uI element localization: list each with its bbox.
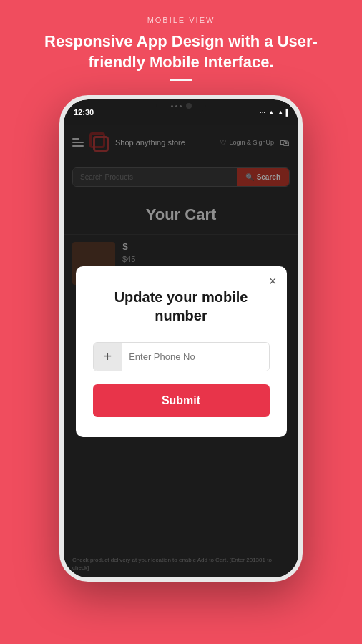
modal-overlay: × Update your mobile number + Submit [64, 125, 298, 577]
notch-dots [171, 105, 182, 107]
signal-bars-icon: ▲▐ [278, 109, 288, 116]
modal-title: Update your mobile number [93, 288, 270, 325]
divider-line [170, 79, 192, 81]
status-icons: ··· ▲ ▲▐ [260, 109, 288, 116]
phone-frame: 12:30 ··· ▲ ▲▐ [59, 95, 303, 582]
modal-box: × Update your mobile number + Submit [76, 266, 287, 437]
signal-icon: ··· [260, 109, 265, 116]
header-section: MOBILE VIEW Responsive App Design with a… [0, 0, 362, 95]
headline: Responsive App Design with a User-friend… [29, 31, 333, 72]
phone-content: Shop anything store ♡ Login & SignUp 🛍 🔍… [64, 125, 298, 577]
status-time: 12:30 [74, 108, 94, 117]
phone-input-row: + [93, 342, 270, 371]
modal-close-button[interactable]: × [269, 275, 277, 288]
mobile-view-label: MOBILE VIEW [29, 16, 333, 24]
notch [156, 99, 206, 112]
wifi-icon: ▲ [268, 109, 275, 116]
submit-button[interactable]: Submit [93, 384, 270, 417]
notch-camera [186, 103, 192, 109]
phone-number-input[interactable] [122, 343, 268, 371]
notch-dot [171, 105, 173, 107]
phone-prefix-button[interactable]: + [94, 343, 122, 371]
notch-dot-3 [180, 105, 182, 107]
notch-dot-2 [175, 105, 177, 107]
status-bar: 12:30 ··· ▲ ▲▐ [64, 99, 298, 125]
